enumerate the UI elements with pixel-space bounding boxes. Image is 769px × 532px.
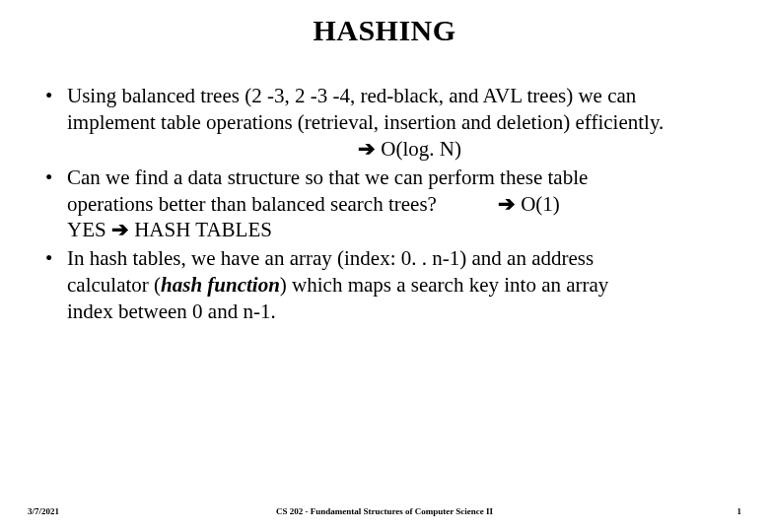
slide-body: Using balanced trees (2 -3, 2 -3 -4, red… [0, 83, 769, 325]
bullet-3-line-2b: ) which maps a search key into an array [280, 273, 609, 297]
bullet-2-yes: YES ➔ HASH TABLES [67, 217, 749, 243]
bullet-2: Can we find a data structure so that we … [43, 165, 749, 244]
bullet-1-complexity-text: O(log. N) [376, 137, 461, 161]
arrow-icon: ➔ [111, 218, 129, 240]
bullet-1-complexity: ➔ O(log. N) [67, 136, 749, 163]
footer-course: CS 202 - Fundamental Structures of Compu… [0, 506, 769, 516]
bullet-1-line-2: implement table operations (retrieval, i… [67, 109, 749, 136]
bullet-3-line-1: In hash tables, we have an array (index:… [67, 246, 594, 270]
bullet-2-line-2: operations better than balanced search t… [67, 191, 749, 218]
bullet-3-line-2a: calculator ( [67, 273, 161, 297]
bullet-1-line-1: Using balanced trees (2 -3, 2 -3 -4, red… [67, 84, 636, 107]
bullet-3-line-3: index between 0 and n-1. [67, 299, 749, 325]
bullet-2-line-1: Can we find a data structure so that we … [67, 166, 588, 189]
bullet-2-yes-after: HASH TABLES [129, 218, 272, 241]
bullet-3: In hash tables, we have an array (index:… [43, 245, 749, 325]
bullet-2-line-2a: operations better than balanced search t… [67, 192, 437, 216]
arrow-icon: ➔ [498, 192, 516, 215]
bullet-1: Using balanced trees (2 -3, 2 -3 -4, red… [43, 83, 749, 163]
slide-title: HASHING [0, 14, 769, 47]
arrow-icon: ➔ [358, 137, 376, 160]
bullet-3-line-2: calculator (hash function) which maps a … [67, 272, 749, 299]
bullet-2-yes-text: YES [67, 218, 111, 241]
bullet-3-hash-function: hash function [161, 273, 280, 297]
footer-page: 1 [737, 506, 742, 516]
bullet-2-line-2b: O(1) [516, 192, 560, 216]
